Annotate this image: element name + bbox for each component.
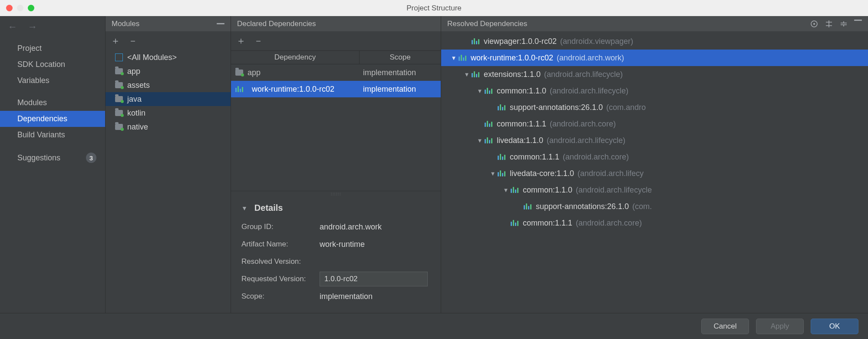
declared-row-work-runtime[interactable]: work-runtime:1.0.0-rc02 implementation [231, 81, 441, 97]
resolved-row[interactable]: support-annotations:26.1.0(com.andro [441, 99, 868, 116]
chevron-down-icon[interactable]: ▼ [462, 71, 472, 78]
cancel-button[interactable]: Cancel [701, 319, 749, 334]
sidebar: ← → Project SDK Location Variables Modul… [0, 16, 105, 313]
library-icon [511, 187, 518, 193]
module-assets[interactable]: assets [106, 78, 231, 92]
module-kotlin[interactable]: kotlin [106, 106, 231, 120]
chevron-down-icon[interactable]: ▼ [449, 55, 459, 61]
suggestions-badge: 3 [86, 153, 96, 163]
dependency-package: (android.arch.core) [563, 153, 629, 162]
dependency-package: (android.arch.lifecy [578, 169, 644, 178]
dependency-name: common:1.1.0 [497, 86, 546, 96]
dependency-name: common:1.1.1 [497, 120, 546, 129]
remove-module-button[interactable]: － [128, 34, 138, 47]
declared-panel: Declared Dependencies ＋ － Dependency Sco… [231, 16, 441, 313]
dependency-name: extensions:1.1.0 [484, 70, 541, 79]
titlebar: Project Structure [0, 0, 868, 16]
add-dependency-button[interactable]: ＋ [236, 34, 246, 47]
dependency-package: (android.arch.core) [550, 120, 616, 129]
library-icon [459, 55, 466, 61]
declared-toolbar: ＋ － [231, 31, 441, 50]
dependency-package: (androidx.viewpager) [560, 37, 633, 46]
resolved-header: Resolved Dependencies [441, 16, 868, 31]
dependency-name: support-annotations:26.1.0 [510, 103, 603, 112]
requested-version-label: Requested Version: [241, 275, 320, 283]
project-structure-window: Project Structure ← → Project SDK Locati… [0, 0, 868, 339]
dependency-name: viewpager:1.0.0-rc02 [484, 37, 557, 46]
chevron-down-icon[interactable]: ▼ [488, 170, 498, 177]
library-icon [485, 137, 492, 143]
scope-label: Scope: [241, 292, 320, 301]
resolved-row[interactable]: ▼work-runtime:1.0.0-rc02(android.arch.wo… [441, 50, 868, 66]
nav-history: ← → [0, 16, 105, 38]
module-app[interactable]: app [106, 64, 231, 78]
resolved-row[interactable]: ▼extensions:1.1.0(android.arch.lifecycle… [441, 66, 868, 83]
ok-button[interactable]: OK [811, 319, 858, 334]
nav-variables[interactable]: Variables [0, 73, 105, 89]
resolved-row[interactable]: support-annotations:26.1.0(com. [441, 198, 868, 215]
window-title: Project Structure [406, 4, 462, 13]
nav-modules[interactable]: Modules [0, 95, 105, 111]
chevron-down-icon[interactable]: ▼ [475, 137, 485, 144]
window-body: ← → Project SDK Location Variables Modul… [0, 16, 868, 313]
nav-build-variants[interactable]: Build Variants [0, 127, 105, 143]
resolved-row[interactable]: ▼common:1.1.0(android.arch.lifecycle) [441, 83, 868, 99]
hide-panel-icon[interactable] [854, 20, 862, 21]
module-all[interactable]: <All Modules> [106, 50, 231, 64]
forward-button[interactable]: → [28, 21, 37, 33]
dependency-name: work-runtime:1.0.0-rc02 [471, 53, 553, 63]
dependency-package: (android.arch.lifecycle) [544, 70, 623, 79]
nav-dependencies[interactable]: Dependencies [0, 111, 105, 127]
chevron-down-icon[interactable]: ▼ [475, 88, 485, 94]
back-button[interactable]: ← [8, 21, 17, 33]
resolved-row[interactable]: common:1.1.1(android.arch.core) [441, 149, 868, 165]
all-modules-icon [115, 53, 123, 61]
chevron-down-icon[interactable]: ▼ [501, 187, 511, 193]
group-id-value: android.arch.work [320, 223, 382, 232]
zoom-window-button[interactable] [28, 5, 34, 11]
resolved-row[interactable]: common:1.1.1(android.arch.core) [441, 215, 868, 231]
col-dependency: Dependency [231, 51, 360, 64]
collapse-all-icon[interactable] [839, 20, 848, 28]
add-module-button[interactable]: ＋ [111, 34, 120, 47]
collapse-icon[interactable] [217, 23, 224, 24]
remove-dependency-button[interactable]: － [254, 34, 263, 47]
artifact-label: Artifact Name: [241, 240, 320, 249]
expand-all-icon[interactable] [825, 20, 833, 28]
details-heading[interactable]: ▼ Details [241, 203, 430, 213]
module-native[interactable]: native [106, 120, 231, 134]
dependency-name: common:1.1.0 [523, 186, 572, 195]
library-icon [485, 88, 492, 94]
resolved-row[interactable]: viewpager:1.0.0-rc02(androidx.viewpager) [441, 33, 868, 50]
declared-rows: app implementation work-runtime:1.0.0-rc… [231, 64, 441, 97]
group-id-label: Group ID: [241, 223, 320, 231]
scope-value: implementation [320, 292, 373, 301]
library-icon [511, 220, 518, 226]
target-icon[interactable] [810, 20, 818, 28]
dependency-package: (android.arch.work) [557, 53, 624, 63]
minimize-window-button[interactable] [17, 5, 23, 11]
requested-version-input[interactable] [320, 272, 428, 286]
dependency-package: (android.arch.lifecycle) [550, 86, 628, 96]
resolved-row[interactable]: ▼livedata-core:1.1.0(android.arch.lifecy [441, 165, 868, 182]
modules-toolbar: ＋ － [106, 31, 231, 50]
splitter-grip[interactable]: ∷∷∷ [231, 191, 441, 197]
col-scope: Scope [360, 51, 441, 64]
module-java[interactable]: java [106, 92, 231, 106]
folder-icon [115, 124, 123, 130]
close-window-button[interactable] [6, 5, 13, 11]
nav-sdk-location[interactable]: SDK Location [0, 56, 105, 73]
resolved-row[interactable]: ▼common:1.1.0(android.arch.lifecycle [441, 182, 868, 198]
svg-point-1 [813, 23, 815, 25]
resolved-row[interactable]: ▼livedata:1.1.0(android.arch.lifecycle) [441, 132, 868, 149]
apply-button[interactable]: Apply [756, 319, 804, 334]
nav-suggestions[interactable]: Suggestions 3 [0, 149, 105, 166]
resolved-tree: viewpager:1.0.0-rc02(androidx.viewpager)… [441, 31, 868, 313]
nav-project[interactable]: Project [0, 40, 105, 56]
dialog-footer: Cancel Apply OK [0, 313, 868, 339]
library-icon [498, 154, 505, 160]
modules-panel: Modules ＋ － <All Modules> app assets [105, 16, 231, 313]
resolved-row[interactable]: common:1.1.1(android.arch.core) [441, 116, 868, 132]
library-icon [485, 121, 492, 127]
declared-row-app[interactable]: app implementation [231, 64, 441, 81]
